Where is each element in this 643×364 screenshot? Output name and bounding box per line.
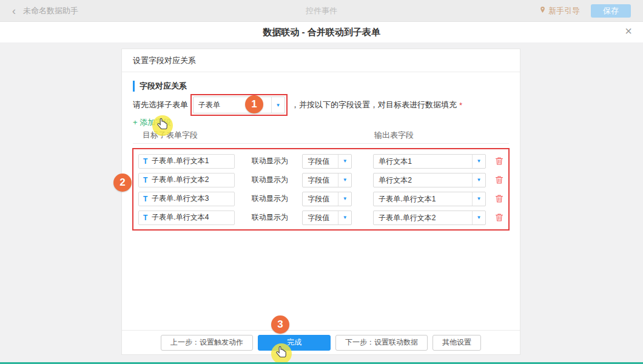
guide-link[interactable]: 新手引导 [539,5,580,16]
annotation-step-3: 3 [271,315,289,334]
dialog-title: 数据联动 - 合并联动到子表单 [263,27,380,38]
target-field-input[interactable]: T 子表单.单行文本3 [138,192,235,206]
table-row: T 子表单.单行文本1 联动显示为 字段值 ▼ 单行文本1 ▼ [138,152,503,170]
text-field-icon: T [143,176,147,184]
table-row: T 子表单.单行文本2 联动显示为 字段值 ▼ 单行文本2 ▼ [138,170,503,189]
table-header: 目标子表单字段 输出表字段 [133,129,509,144]
add-field-link[interactable]: + 添加字段 [133,117,171,128]
footer-buttons: 上一步：设置触发动作 完成 下一步：设置联动数据 其他设置 [122,330,520,354]
rows-container: T 子表单.单行文本1 联动显示为 字段值 ▼ 单行文本1 ▼ T 子表单.单行… [133,149,509,230]
other-settings-button[interactable]: 其他设置 [433,335,481,351]
delete-row-icon[interactable] [495,157,503,166]
caret-down-icon: ▼ [338,192,351,206]
output-field-select[interactable]: 子表单.单行文本1 ▼ [373,192,486,206]
dialog-title-bar: 数据联动 - 合并联动到子表单 × [0,22,643,42]
guide-label: 新手引导 [548,5,580,16]
mode-select-value: 字段值 [303,174,338,187]
target-field-input[interactable]: T 子表单.单行文本4 [138,211,235,225]
target-field-value: 子表单.单行文本4 [152,212,209,223]
table-row: T 子表单.单行文本3 联动显示为 字段值 ▼ 子表单.单行文本1 ▼ [138,189,503,208]
location-pin-icon [539,6,546,15]
save-button[interactable]: 保存 [591,4,631,18]
next-step-button[interactable]: 下一步：设置联动数据 [335,335,428,351]
suffix-text: ，并按以下的字段设置，对目标表进行数据填充 [291,99,457,110]
output-select-value: 子表单.单行文本2 [374,211,472,224]
caret-down-icon: ▼ [338,174,351,187]
text-field-icon: T [143,214,147,222]
output-field-select[interactable]: 单行文本1 ▼ [373,154,486,169]
caret-down-icon: ▼ [472,192,485,206]
output-select-value: 子表单.单行文本1 [374,192,472,206]
target-field-value: 子表单.单行文本3 [152,194,209,204]
column-target-label: 目标子表单字段 [143,130,198,141]
annotation-step-1: 1 [245,95,263,113]
caret-down-icon: ▼ [338,211,351,224]
target-field-input[interactable]: T 子表单.单行文本2 [138,173,235,187]
required-mark: * [459,101,462,110]
subform-select-label: 请先选择子表单 [133,99,188,110]
mode-select-value: 字段值 [303,155,338,168]
output-field-select[interactable]: 单行文本2 ▼ [373,173,486,187]
mode-select[interactable]: 字段值 ▼ [302,154,352,169]
dialog-content: 设置字段对应关系 字段对应关系 请先选择子表单 子表单 ▼ 1 ，并按以下的字段… [0,42,643,364]
column-output-label: 输出表字段 [374,130,414,141]
caret-down-icon: ▼ [271,97,284,113]
mode-select[interactable]: 字段值 ▼ [302,173,352,187]
subform-select[interactable]: 子表单 ▼ [193,96,285,113]
output-field-select[interactable]: 子表单.单行文本2 ▼ [373,211,486,225]
mode-select[interactable]: 字段值 ▼ [302,211,352,225]
target-field-value: 子表单.单行文本1 [152,156,209,166]
caret-down-icon: ▼ [472,155,485,168]
annotation-step-2: 2 [113,174,132,192]
link-display-label: 联动显示为 [252,194,289,204]
target-field-value: 子表单.单行文本2 [152,175,209,185]
link-display-label: 联动显示为 [252,156,289,166]
mode-select-value: 字段值 [303,211,338,224]
caret-down-icon: ▼ [338,155,351,168]
done-button[interactable]: 完成 [258,335,331,351]
caret-down-icon: ▼ [472,174,485,187]
section-title: 字段对应关系 [133,81,509,92]
delete-row-icon[interactable] [495,194,503,203]
caret-down-icon: ▼ [472,211,485,224]
page: ‹ 未命名数据助手 控件事件 新手引导 保存 数据联动 - 合并联动到子表单 ×… [0,0,643,364]
link-display-label: 联动显示为 [252,175,289,185]
mode-select-value: 字段值 [303,192,338,206]
text-field-icon: T [143,157,147,166]
center-title: 控件事件 [306,5,337,16]
settings-panel: 设置字段对应关系 字段对应关系 请先选择子表单 子表单 ▼ 1 ，并按以下的字段… [121,49,520,355]
prev-step-button[interactable]: 上一步：设置触发动作 [161,335,253,351]
mode-select[interactable]: 字段值 ▼ [302,192,352,206]
delete-row-icon[interactable] [495,213,503,222]
back-icon[interactable]: ‹ [12,5,16,16]
panel-header: 设置字段对应关系 [122,49,520,72]
close-icon[interactable]: × [625,25,632,37]
text-field-icon: T [143,195,147,203]
table-row: T 子表单.单行文本4 联动显示为 字段值 ▼ 子表单.单行文本2 ▼ [138,208,503,227]
app-title: 未命名数据助手 [23,5,78,16]
link-display-label: 联动显示为 [252,212,289,223]
top-bar: ‹ 未命名数据助手 控件事件 新手引导 保存 [0,0,643,22]
delete-row-icon[interactable] [495,175,503,184]
output-select-value: 单行文本1 [374,155,472,168]
target-field-input[interactable]: T 子表单.单行文本1 [138,154,235,169]
output-select-value: 单行文本2 [374,174,472,187]
